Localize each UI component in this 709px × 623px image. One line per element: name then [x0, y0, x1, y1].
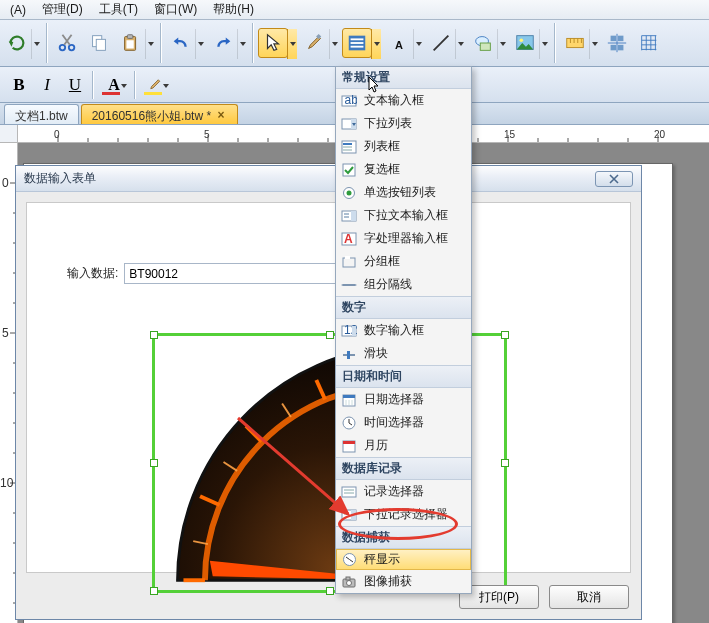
menu-item-combotext[interactable]: 下拉文本输入框 — [336, 204, 471, 227]
grid-tool[interactable] — [634, 28, 664, 58]
menu-item-checkbox[interactable]: 复选框 — [336, 158, 471, 181]
bold-button[interactable]: B — [6, 72, 32, 98]
menu-item-numinput[interactable]: 12数字输入框 — [336, 319, 471, 342]
doc-tab[interactable]: 文档1.btw — [4, 104, 79, 124]
svg-rect-11 — [351, 46, 364, 48]
svg-rect-88 — [343, 164, 355, 176]
line-tool[interactable] — [426, 28, 456, 58]
form-controls-dropdown: 常规设置 abl文本输入框 下拉列表 列表框 复选框 单选按钮列表 下拉文本输入… — [335, 66, 472, 594]
dialog-content: 输入数据: — [26, 202, 631, 573]
shape-tool[interactable] — [468, 28, 498, 58]
menu-item-textinput[interactable]: abl文本输入框 — [336, 89, 471, 112]
menu-item-imgcapture[interactable]: 图像捕获 — [336, 570, 471, 593]
cancel-button[interactable]: 取消 — [549, 585, 629, 609]
align-tool[interactable] — [602, 28, 632, 58]
menu-item-dropdown[interactable]: 下拉列表 — [336, 112, 471, 135]
italic-button[interactable]: I — [34, 72, 60, 98]
svg-point-1 — [69, 45, 75, 51]
svg-rect-105 — [347, 351, 350, 359]
highlight-button[interactable] — [140, 72, 172, 98]
picture-tool[interactable] — [510, 28, 540, 58]
svg-rect-10 — [351, 42, 364, 44]
svg-rect-127 — [346, 577, 350, 580]
menu-group-header: 常规设置 — [336, 67, 471, 89]
refresh-button[interactable] — [2, 28, 32, 58]
menu-item[interactable]: 工具(T) — [91, 0, 146, 20]
dialog-title: 数据输入表单 — [24, 170, 96, 187]
svg-rect-3 — [96, 39, 105, 50]
menu-item-separator[interactable]: 组分隔线 — [336, 273, 471, 296]
menu-group-header: 日期和时间 — [336, 365, 471, 388]
undo-button[interactable] — [166, 28, 196, 58]
svg-point-126 — [347, 580, 352, 585]
doc-tab-active[interactable]: 20160516熊小姐.btw * × — [81, 104, 238, 124]
menu-item-radio[interactable]: 单选按钮列表 — [336, 181, 471, 204]
menu-item-recdropdown[interactable]: 下拉记录选择器 — [336, 503, 471, 526]
redo-button[interactable] — [208, 28, 238, 58]
svg-point-17 — [520, 38, 524, 42]
svg-rect-9 — [351, 38, 364, 40]
text-tool[interactable]: A — [384, 28, 414, 58]
svg-point-90 — [347, 190, 352, 195]
menu-item-timepicker[interactable]: 时间选择器 — [336, 411, 471, 434]
svg-rect-6 — [126, 40, 133, 48]
menu-bar: (A) 管理(D) 工具(T) 窗口(W) 帮助(H) — [0, 0, 709, 20]
input-label: 输入数据: — [67, 265, 118, 282]
main-toolbar: A — [0, 20, 709, 67]
menu-item-slider[interactable]: 滑块 — [336, 342, 471, 365]
data-input[interactable] — [124, 263, 356, 284]
close-icon[interactable]: × — [215, 110, 227, 122]
svg-text:0: 0 — [2, 176, 9, 190]
menu-item-listbox[interactable]: 列表框 — [336, 135, 471, 158]
menu-group-header: 数字 — [336, 296, 471, 319]
svg-rect-25 — [611, 45, 617, 51]
svg-point-0 — [60, 45, 65, 51]
menu-item[interactable]: (A) — [2, 1, 34, 19]
svg-rect-120 — [351, 510, 356, 520]
svg-rect-98 — [345, 256, 350, 259]
data-entry-dialog: 数据输入表单 输入数据: — [15, 165, 642, 620]
svg-rect-115 — [343, 441, 355, 444]
form-control-tool[interactable] — [342, 28, 372, 58]
svg-rect-15 — [480, 43, 490, 50]
menu-item-datepicker[interactable]: 日期选择器 — [336, 388, 471, 411]
svg-text:5: 5 — [2, 326, 9, 340]
svg-rect-85 — [343, 143, 352, 145]
svg-text:abl: abl — [345, 94, 358, 107]
paste-button[interactable] — [116, 28, 146, 58]
svg-rect-26 — [618, 45, 624, 51]
copy-button[interactable] — [84, 28, 114, 58]
menu-item-richtext[interactable]: A字处理器输入框 — [336, 227, 471, 250]
font-color-button[interactable]: A — [98, 72, 130, 98]
menu-item-calendar[interactable]: 月历 — [336, 434, 471, 457]
ruler-tool[interactable] — [560, 28, 590, 58]
brush-tool[interactable] — [300, 28, 330, 58]
menu-group-header: 数据库记录 — [336, 457, 471, 480]
dialog-close-button[interactable] — [595, 171, 633, 187]
svg-rect-99 — [343, 284, 355, 286]
menu-item[interactable]: 帮助(H) — [205, 0, 262, 20]
menu-item-scale[interactable]: 秤显示 — [336, 549, 471, 570]
menu-item[interactable]: 窗口(W) — [146, 0, 205, 20]
svg-text:A: A — [395, 39, 403, 51]
cut-button[interactable] — [52, 28, 82, 58]
svg-line-13 — [434, 36, 449, 51]
svg-text:A: A — [344, 232, 353, 246]
pointer-tool[interactable] — [258, 28, 288, 58]
menu-group-header: 数据捕获 — [336, 526, 471, 549]
svg-rect-103 — [352, 331, 356, 336]
svg-rect-102 — [352, 326, 356, 331]
svg-rect-18 — [567, 38, 584, 47]
svg-rect-116 — [342, 487, 356, 497]
svg-rect-5 — [127, 35, 132, 39]
svg-rect-24 — [618, 36, 624, 42]
menu-item-recpicker[interactable]: 记录选择器 — [336, 480, 471, 503]
svg-rect-23 — [611, 36, 617, 42]
menu-item[interactable]: 管理(D) — [34, 0, 91, 20]
svg-rect-97 — [343, 258, 355, 267]
svg-rect-92 — [351, 211, 356, 221]
underline-button[interactable]: U — [62, 72, 88, 98]
svg-rect-107 — [343, 395, 355, 398]
svg-text:10: 10 — [0, 476, 14, 490]
menu-item-groupbox[interactable]: 分组框 — [336, 250, 471, 273]
